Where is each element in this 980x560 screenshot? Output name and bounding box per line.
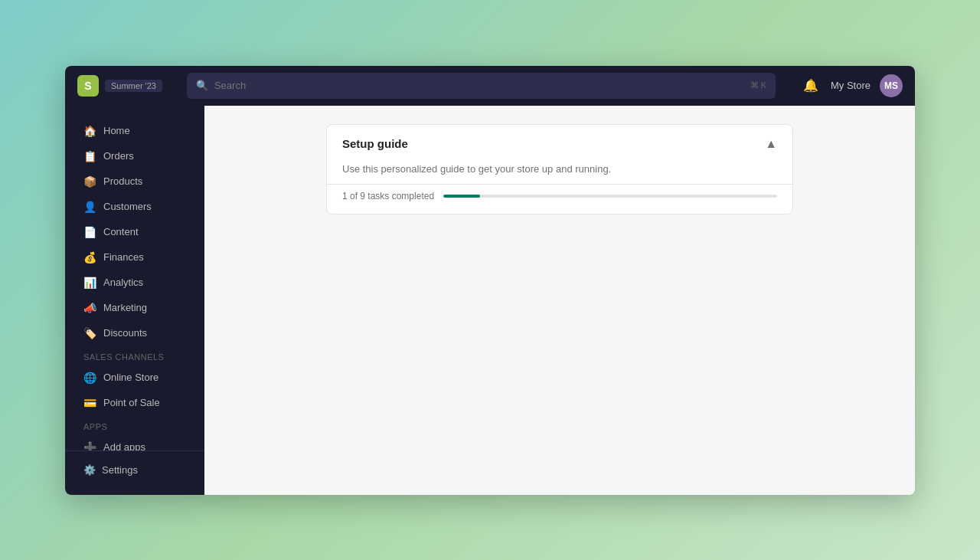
notification-bell-icon[interactable]: 🔔 (800, 75, 822, 97)
sidebar-item-content[interactable]: 📄 Content (71, 220, 198, 244)
sidebar-item-add-apps-label: Add apps (103, 441, 145, 450)
search-input[interactable] (214, 80, 744, 91)
online-store-icon: 🌐 (83, 372, 96, 384)
sales-channels-label: Sales channels (71, 346, 198, 365)
setup-guide-title: Setup guide (342, 137, 408, 150)
progress-bar-background (443, 195, 777, 198)
sidebar-item-finances[interactable]: 💰 Finances (71, 245, 198, 270)
content-area: Setup guide ▲ Use this personalized guid… (204, 106, 915, 495)
products-icon: 📦 (83, 175, 96, 188)
progress-bar-fill (443, 195, 480, 198)
search-bar[interactable]: 🔍 ⌘ K (187, 73, 776, 99)
store-badge: Summer '23 (105, 80, 162, 92)
chevron-up-icon: ▲ (765, 137, 777, 151)
topbar: S Summer '23 🔍 ⌘ K 🔔 My Store MS (65, 66, 915, 106)
point-of-sale-icon: 💳 (83, 397, 96, 409)
discounts-icon: 🏷️ (83, 327, 96, 339)
sidebar-item-point-of-sale[interactable]: 💳 Point of Sale (71, 391, 198, 415)
sidebar-item-orders[interactable]: 📋 Orders (71, 144, 198, 169)
apps-label: Apps (71, 416, 198, 434)
sidebar-item-add-apps[interactable]: ➕ Add apps (71, 435, 198, 450)
sidebar-item-online-store-label: Online Store (103, 372, 158, 383)
sidebar-item-point-of-sale-label: Point of Sale (103, 397, 160, 408)
sidebar-item-online-store[interactable]: 🌐 Online Store (71, 365, 198, 390)
sidebar-item-home[interactable]: 🏠 Home (71, 119, 198, 143)
sidebar-item-discounts-label: Discounts (103, 327, 147, 339)
finances-icon: 💰 (83, 251, 96, 264)
sidebar-item-products[interactable]: 📦 Products (71, 169, 198, 194)
sidebar-item-settings-label: Settings (102, 464, 138, 476)
progress-text: 1 of 9 tasks completed (342, 191, 434, 201)
sidebar-item-analytics[interactable]: 📊 Analytics (71, 270, 198, 295)
sidebar-item-marketing[interactable]: 📣 Marketing (71, 296, 198, 320)
sidebar-item-customers-label: Customers (103, 201, 152, 212)
customers-icon: 👤 (83, 201, 96, 213)
sidebar-footer: ⚙️ Settings (65, 450, 204, 489)
main-layout: 🏠 Home 📋 Orders 📦 Products 👤 Customers (65, 106, 915, 495)
search-icon: 🔍 (196, 80, 208, 91)
content-icon: 📄 (83, 226, 96, 238)
setup-guide-header[interactable]: Setup guide ▲ (327, 125, 792, 163)
logo-area: S Summer '23 (77, 75, 162, 97)
sidebar-item-products-label: Products (103, 175, 142, 187)
app-window: S Summer '23 🔍 ⌘ K 🔔 My Store MS 🏠 Home (65, 66, 915, 495)
analytics-icon: 📊 (83, 277, 96, 289)
sidebar-wrapper: 🏠 Home 📋 Orders 📦 Products 👤 Customers (65, 112, 204, 489)
search-shortcut: ⌘ K (750, 80, 766, 90)
orders-icon: 📋 (83, 150, 96, 162)
sidebar-item-discounts[interactable]: 🏷️ Discounts (71, 321, 198, 345)
sidebar-item-content-label: Content (103, 226, 139, 237)
sidebar-item-marketing-label: Marketing (103, 302, 147, 313)
sidebar-item-customers[interactable]: 👤 Customers (71, 195, 198, 219)
sidebar-item-orders-label: Orders (103, 150, 134, 162)
avatar[interactable]: MS (880, 74, 903, 97)
sidebar: 🏠 Home 📋 Orders 📦 Products 👤 Customers (65, 106, 204, 495)
settings-icon: ⚙️ (83, 464, 96, 476)
marketing-icon: 📣 (83, 302, 96, 314)
store-name-label: My Store (831, 80, 871, 91)
shopify-logo: S (77, 75, 99, 97)
home-icon: 🏠 (83, 125, 96, 137)
setup-guide-progress: 1 of 9 tasks completed (327, 184, 792, 214)
add-apps-icon: ➕ (83, 441, 96, 450)
setup-guide-subtitle: Use this personalized guide to get your … (327, 163, 792, 184)
sidebar-item-analytics-label: Analytics (103, 277, 143, 288)
sidebar-main: 🏠 Home 📋 Orders 📦 Products 👤 Customers (65, 112, 204, 450)
sidebar-item-finances-label: Finances (103, 251, 144, 263)
setup-guide-card: Setup guide ▲ Use this personalized guid… (326, 124, 793, 215)
sidebar-item-home-label: Home (103, 125, 130, 136)
topbar-right: 🔔 My Store MS (800, 74, 903, 97)
sidebar-item-settings[interactable]: ⚙️ Settings (71, 458, 198, 482)
